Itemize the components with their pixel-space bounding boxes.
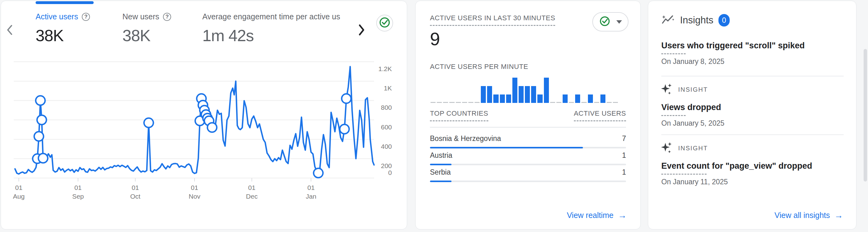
minute-bar [487, 86, 492, 103]
view-realtime-link[interactable]: View realtime → [567, 211, 627, 220]
divider [661, 76, 844, 76]
minute-zero-tick [594, 102, 599, 103]
previous-metrics-button[interactable] [5, 23, 15, 38]
metric-label: Active users [36, 12, 78, 21]
dashed-underline [661, 115, 686, 116]
tab-active-users[interactable]: Active users ? 38K [36, 12, 90, 45]
active-users-per-minute-chart [431, 78, 618, 103]
tab-new-users[interactable]: New users ? 38K [122, 12, 171, 45]
view-realtime-label: View realtime [567, 211, 614, 220]
minute-bar [600, 95, 606, 103]
help-icon[interactable]: ? [82, 13, 90, 21]
minute-zero-tick [468, 102, 473, 103]
country-bar-track [430, 147, 626, 148]
insight-item: Views dropped On January 5, 2025 [661, 103, 844, 128]
minute-zero-tick [456, 102, 461, 103]
insight-title-link[interactable]: Event count for "page_view" dropped [661, 161, 844, 171]
insight-item: Event count for "page_view" dropped On J… [661, 161, 844, 186]
minute-bar [481, 86, 486, 103]
y-axis-label: 400 [381, 143, 392, 150]
insight-eyebrow: INSIGHT [661, 82, 844, 97]
anomaly-marker [342, 94, 351, 103]
country-name: Austria [430, 151, 453, 160]
minute-bar [575, 95, 580, 103]
view-all-insights-label: View all insights [775, 211, 830, 220]
minute-bar [513, 78, 517, 103]
dashed-underline [661, 174, 707, 175]
insight-date: On January 8, 2025 [661, 57, 844, 66]
x-axis-label: 01 [307, 184, 314, 191]
y-axis-label: 1K [384, 85, 392, 92]
minute-bar [544, 78, 549, 103]
country-row: Bosnia & Herzegovina 7 [430, 134, 626, 148]
minute-bar [493, 95, 498, 103]
minute-bar [531, 86, 536, 103]
minute-zero-tick [607, 102, 612, 103]
minute-bar [519, 86, 524, 103]
y-axis-label: 800 [381, 104, 392, 111]
metric-value: 38K [36, 26, 90, 45]
minute-zero-tick [613, 102, 618, 103]
per-minute-title: ACTIVE USERS PER MINUTE [430, 63, 626, 71]
x-axis-label: 01 [132, 184, 139, 191]
x-axis-label: Aug [13, 193, 25, 200]
minute-zero-tick [550, 102, 555, 103]
insight-date: On January 11, 2025 [661, 178, 844, 186]
minute-zero-tick [443, 102, 448, 103]
vertical-scrollbar-thumb[interactable] [864, 49, 867, 181]
active-users-30min-value: 9 [430, 28, 440, 49]
tab-avg-engagement-time[interactable]: Average engagement time per active us 1m… [202, 12, 353, 45]
x-axis-label: 01 [15, 184, 23, 191]
minute-bar [563, 95, 568, 103]
top-countries-column-header: TOP COUNTRIES [430, 109, 488, 121]
active-tab-indicator [36, 1, 94, 4]
next-metrics-button[interactable] [357, 23, 366, 38]
chevron-left-icon [5, 32, 15, 37]
realtime-status-dropdown[interactable] [592, 12, 628, 32]
country-value: 7 [622, 134, 626, 143]
realtime-card: ACTIVE USERS IN LAST 30 MINUTES 9 ACTIVE… [415, 1, 641, 230]
country-value: 1 [622, 168, 626, 176]
active-users-column-header: ACTIVE USERS [574, 109, 626, 121]
country-bar-track [430, 164, 626, 165]
minute-bar [588, 95, 593, 103]
y-axis-label: 1.2K [378, 65, 392, 72]
insight-date: On January 5, 2025 [661, 119, 844, 128]
x-axis-label: 01 [248, 184, 255, 191]
dashed-underline [661, 53, 686, 54]
x-axis-label: 01 [191, 184, 198, 191]
anomaly-marker [36, 96, 45, 105]
minute-zero-tick [569, 102, 574, 103]
data-quality-status-button[interactable] [376, 15, 393, 32]
insights-card: Insights 0 Users who triggered "scroll" … [648, 1, 857, 230]
minute-zero-tick [462, 102, 467, 103]
insights-title: Insights [680, 15, 713, 26]
insight-eyebrow-label: INSIGHT [678, 145, 708, 152]
anomaly-marker [34, 132, 43, 141]
metric-label: Average engagement time per active us [202, 12, 340, 21]
minute-zero-tick [474, 102, 479, 103]
country-bar-track [430, 180, 626, 182]
anomaly-marker [313, 168, 323, 178]
x-axis-label: Sep [72, 193, 84, 200]
insight-title-link[interactable]: Users who triggered "scroll" spiked [661, 41, 844, 51]
active-users-line-chart[interactable]: 02004006008001K1.2K01Aug01Sep01Oct01Nov0… [10, 55, 400, 201]
chevron-down-icon [616, 20, 622, 24]
anomaly-marker [38, 154, 48, 163]
anomaly-marker [144, 118, 153, 128]
metrics-chart-card: Active users ? 38K New users ? 38K Avera… [1, 1, 407, 230]
minute-bar [537, 95, 542, 103]
country-bar-fill [430, 147, 583, 148]
minute-bar [506, 95, 511, 103]
metric-value: 38K [122, 26, 171, 45]
insights-count-badge: 0 [718, 14, 730, 27]
chevron-right-icon [357, 33, 366, 38]
sparkle-icon [661, 82, 673, 97]
check-circle-icon [378, 16, 391, 30]
y-axis-label: 0 [388, 169, 392, 176]
insight-title-link[interactable]: Views dropped [661, 103, 844, 112]
view-all-insights-link[interactable]: View all insights → [775, 211, 843, 220]
help-icon[interactable]: ? [163, 13, 171, 21]
country-bar-fill [430, 180, 452, 182]
metric-value: 1m 42s [202, 26, 353, 45]
